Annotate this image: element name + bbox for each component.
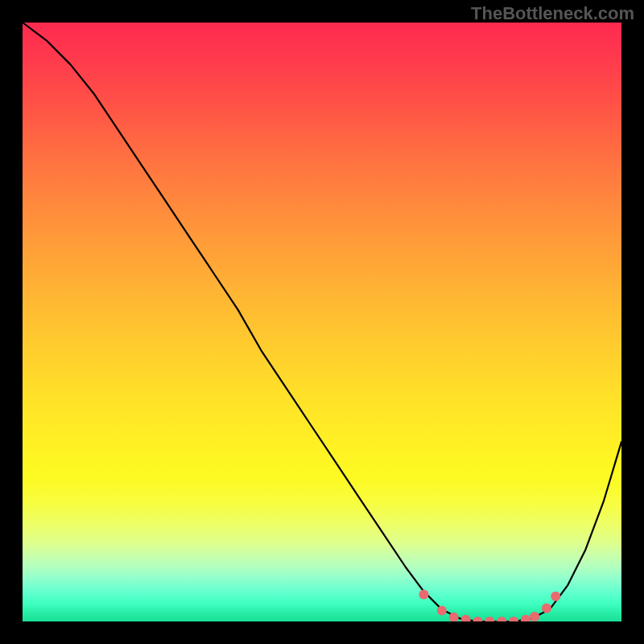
- flat-region-dot: [509, 617, 518, 621]
- chart-svg: [23, 23, 621, 621]
- flat-region-dot: [485, 617, 494, 621]
- flat-region-dot: [530, 612, 539, 621]
- watermark-text: TheBottleneck.com: [471, 3, 634, 24]
- chart-plot-area: [23, 23, 621, 621]
- flat-region-dot: [473, 617, 482, 621]
- flat-region-dot: [461, 615, 471, 621]
- flat-region-dot: [497, 617, 506, 621]
- flat-region-dot: [419, 590, 429, 600]
- flat-region-dot: [551, 592, 560, 601]
- bottleneck-curve-line: [23, 23, 621, 621]
- flat-region-dot: [542, 604, 551, 613]
- flat-region-dot: [437, 606, 447, 616]
- flat-region-dot: [521, 615, 530, 621]
- flat-region-dots-group: [419, 590, 561, 622]
